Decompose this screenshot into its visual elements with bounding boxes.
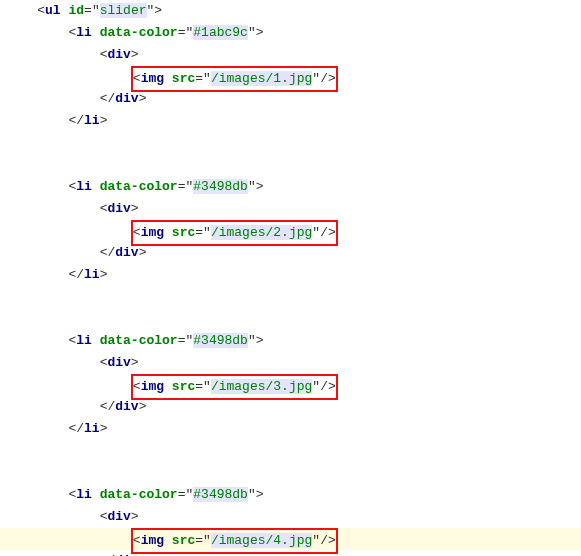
- tag-li: li: [76, 487, 92, 502]
- attr-value: /images/2.jpg: [211, 225, 312, 240]
- angle-close: >: [139, 399, 147, 414]
- angle-open: <: [133, 71, 141, 86]
- code-line[interactable]: <div>: [0, 198, 581, 220]
- attr-value: /images/1.jpg: [211, 71, 312, 86]
- tag-div: div: [115, 399, 138, 414]
- code-line[interactable]: <img src="/images/4.jpg"/>: [0, 528, 581, 550]
- angle-close: >: [154, 3, 162, 18]
- quote: ": [203, 533, 211, 548]
- self-close: />: [320, 71, 336, 86]
- code-line[interactable]: <div>: [0, 352, 581, 374]
- angle-open: <: [133, 225, 141, 240]
- code-line[interactable]: <img src="/images/3.jpg"/>: [0, 374, 581, 396]
- code-line[interactable]: </li>: [0, 264, 581, 286]
- angle-close: >: [139, 245, 147, 260]
- blank-line[interactable]: [0, 286, 581, 308]
- equals: =: [84, 3, 92, 18]
- code-line[interactable]: <ul id="slider">: [0, 0, 581, 22]
- blank-line[interactable]: [0, 132, 581, 154]
- attr-data-color: data-color: [100, 179, 178, 194]
- code-line[interactable]: <li data-color="#3498db">: [0, 484, 581, 506]
- angle-close: >: [131, 201, 139, 216]
- tag-div: div: [107, 355, 130, 370]
- blank-line[interactable]: [0, 308, 581, 330]
- code-line[interactable]: <img src="/images/2.jpg"/>: [0, 220, 581, 242]
- angle-close: >: [139, 91, 147, 106]
- attr-src: src: [172, 533, 195, 548]
- angle-close: >: [256, 487, 264, 502]
- highlight-box: <img src="/images/4.jpg"/>: [131, 528, 338, 554]
- quote: ": [312, 71, 320, 86]
- angle-close: >: [100, 267, 108, 282]
- attr-value: slider: [100, 3, 147, 18]
- blank-line[interactable]: [0, 440, 581, 462]
- angle-close: >: [256, 179, 264, 194]
- attr-data-color: data-color: [100, 333, 178, 348]
- angle-open: </: [100, 91, 116, 106]
- attr-id: id: [68, 3, 84, 18]
- angle-open: <: [133, 379, 141, 394]
- angle-close: >: [131, 47, 139, 62]
- code-line[interactable]: </li>: [0, 110, 581, 132]
- tag-img: img: [141, 225, 164, 240]
- quote: ": [248, 25, 256, 40]
- angle-close: >: [256, 25, 264, 40]
- self-close: />: [320, 533, 336, 548]
- equals: =: [195, 71, 203, 86]
- tag-li: li: [76, 179, 92, 194]
- quote: ": [203, 379, 211, 394]
- quote: ": [312, 379, 320, 394]
- attr-src: src: [172, 71, 195, 86]
- tag-div: div: [115, 245, 138, 260]
- highlight-box: <img src="/images/2.jpg"/>: [131, 220, 338, 246]
- tag-img: img: [141, 533, 164, 548]
- highlight-box: <img src="/images/1.jpg"/>: [131, 66, 338, 92]
- angle-open: </: [68, 113, 84, 128]
- attr-value: #3498db: [193, 179, 248, 194]
- code-editor[interactable]: <ul id="slider"> <li data-color="#1abc9c…: [0, 0, 581, 556]
- tag-div: div: [107, 201, 130, 216]
- code-line[interactable]: <li data-color="#3498db">: [0, 330, 581, 352]
- angle-close: >: [256, 333, 264, 348]
- code-line[interactable]: <div>: [0, 44, 581, 66]
- angle-open: <: [133, 533, 141, 548]
- code-line[interactable]: <img src="/images/1.jpg"/>: [0, 66, 581, 88]
- tag-img: img: [141, 379, 164, 394]
- tag-li: li: [76, 333, 92, 348]
- code-line[interactable]: <li data-color="#1abc9c">: [0, 22, 581, 44]
- quote: ": [248, 179, 256, 194]
- attr-value: #3498db: [193, 333, 248, 348]
- attr-src: src: [172, 379, 195, 394]
- quote: ": [248, 333, 256, 348]
- attr-data-color: data-color: [100, 25, 178, 40]
- code-line[interactable]: <div>: [0, 506, 581, 528]
- tag-div: div: [107, 47, 130, 62]
- equals: =: [195, 225, 203, 240]
- tag-img: img: [141, 71, 164, 86]
- quote: ": [312, 225, 320, 240]
- angle-close: >: [131, 509, 139, 524]
- angle-close: >: [131, 355, 139, 370]
- attr-value: /images/3.jpg: [211, 379, 312, 394]
- quote: ": [312, 533, 320, 548]
- highlight-box: <img src="/images/3.jpg"/>: [131, 374, 338, 400]
- attr-src: src: [172, 225, 195, 240]
- angle-open: </: [68, 267, 84, 282]
- tag-li: li: [76, 25, 92, 40]
- blank-line[interactable]: [0, 462, 581, 484]
- tag-li: li: [84, 113, 100, 128]
- angle-open: </: [100, 245, 116, 260]
- attr-value: #1abc9c: [193, 25, 248, 40]
- attr-value: /images/4.jpg: [211, 533, 312, 548]
- code-line[interactable]: <li data-color="#3498db">: [0, 176, 581, 198]
- quote: ": [203, 225, 211, 240]
- angle-open: <: [37, 3, 45, 18]
- angle-open: </: [68, 421, 84, 436]
- equals: =: [195, 379, 203, 394]
- angle-close: >: [100, 113, 108, 128]
- quote: ": [248, 487, 256, 502]
- angle-open: </: [100, 399, 116, 414]
- tag-li: li: [84, 267, 100, 282]
- code-line[interactable]: </li>: [0, 418, 581, 440]
- blank-line[interactable]: [0, 154, 581, 176]
